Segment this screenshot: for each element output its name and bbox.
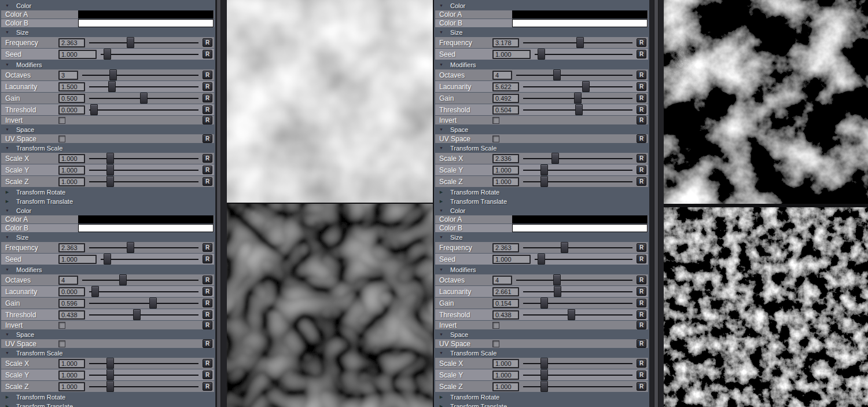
slider-handle[interactable] — [106, 381, 114, 392]
reset-button[interactable]: R — [203, 359, 212, 368]
slider-handle[interactable] — [574, 93, 582, 104]
scale-x-value-field[interactable]: 1.000 — [58, 359, 85, 368]
slider-track[interactable] — [89, 181, 198, 182]
scale-x-slider[interactable] — [89, 358, 198, 369]
slider-handle[interactable] — [575, 104, 583, 115]
noise-preview-bottom-left[interactable] — [227, 204, 433, 407]
slider-track[interactable] — [523, 291, 632, 292]
slider-track[interactable] — [89, 247, 198, 248]
frequency-slider[interactable] — [89, 37, 198, 48]
section-header-space[interactable]: ▼Space — [1, 125, 214, 134]
slider-track[interactable] — [523, 363, 632, 364]
threshold-value-field[interactable]: 0.000 — [58, 105, 85, 115]
slider-track[interactable] — [89, 158, 198, 159]
threshold-slider[interactable] — [523, 309, 632, 320]
slider-track[interactable] — [89, 363, 198, 364]
reset-button[interactable]: R — [637, 339, 646, 348]
reset-button[interactable]: R — [203, 299, 212, 307]
reset-button[interactable]: R — [203, 134, 212, 143]
section-header-modifiers[interactable]: ▼Modifiers — [435, 60, 648, 69]
slider-handle[interactable] — [561, 242, 568, 253]
slider-track[interactable] — [89, 386, 198, 387]
slider-track[interactable] — [101, 259, 198, 260]
frequency-value-field[interactable]: 3.178 — [492, 38, 519, 47]
scale-y-slider[interactable] — [523, 369, 632, 380]
reset-button[interactable]: R — [637, 105, 646, 114]
slider-handle[interactable] — [91, 286, 99, 297]
reset-button[interactable]: R — [637, 382, 646, 391]
invert-checkbox[interactable] — [492, 322, 499, 329]
scale-z-slider[interactable] — [523, 381, 632, 392]
reset-button[interactable]: R — [637, 134, 646, 143]
reset-button[interactable]: R — [203, 243, 212, 252]
octaves-slider[interactable] — [82, 69, 198, 80]
section-header-color[interactable]: ▼Color — [1, 1, 214, 10]
slider-track[interactable] — [89, 291, 198, 292]
scale-x-value-field[interactable]: 1.000 — [58, 154, 85, 163]
section-header-color[interactable]: ▼Color — [435, 206, 648, 215]
reset-button[interactable]: R — [637, 255, 646, 263]
slider-track[interactable] — [89, 314, 198, 316]
gain-slider[interactable] — [89, 298, 198, 309]
reset-button[interactable]: R — [637, 177, 646, 186]
section-header-space[interactable]: ▼Space — [435, 125, 648, 134]
slider-handle[interactable] — [140, 93, 148, 104]
seed-slider[interactable] — [535, 49, 632, 60]
slider-handle[interactable] — [551, 153, 559, 164]
slider-track[interactable] — [523, 170, 632, 171]
reset-button[interactable]: R — [203, 82, 212, 91]
octaves-value-field[interactable]: 3 — [58, 71, 78, 80]
slider-track[interactable] — [89, 303, 198, 304]
reset-button[interactable]: R — [203, 71, 212, 79]
uv-space-checkbox[interactable] — [58, 135, 65, 142]
reset-button[interactable]: R — [203, 382, 212, 391]
slider-handle[interactable] — [540, 381, 548, 392]
slider-handle[interactable] — [109, 69, 117, 80]
scale-x-slider[interactable] — [523, 358, 632, 369]
scale-z-value-field[interactable]: 1.000 — [58, 382, 85, 391]
gain-slider[interactable] — [89, 93, 198, 104]
section-header-size[interactable]: ▼Size — [435, 28, 648, 36]
slider-handle[interactable] — [106, 164, 114, 175]
slider-track[interactable] — [89, 109, 198, 111]
octaves-value-field[interactable]: 4 — [492, 71, 512, 80]
scale-y-slider[interactable] — [523, 164, 632, 175]
frequency-value-field[interactable]: 2.363 — [492, 243, 519, 252]
slider-handle[interactable] — [106, 369, 114, 380]
slider-track[interactable] — [523, 181, 632, 182]
frequency-slider[interactable] — [523, 37, 632, 48]
lacunarity-slider[interactable] — [89, 81, 198, 92]
lacunarity-value-field[interactable]: 0.000 — [58, 287, 85, 296]
section-header-size[interactable]: ▼Size — [435, 233, 648, 241]
reset-button[interactable]: R — [637, 276, 646, 284]
section-header-size[interactable]: ▼Size — [1, 233, 214, 241]
color-a-swatch[interactable] — [78, 215, 214, 223]
reset-button[interactable]: R — [637, 38, 646, 47]
slider-track[interactable] — [89, 86, 198, 87]
slider-handle[interactable] — [540, 358, 548, 369]
reset-button[interactable]: R — [203, 38, 212, 47]
scale-y-value-field[interactable]: 1.000 — [492, 371, 519, 380]
gain-value-field[interactable]: 0.500 — [58, 94, 85, 103]
scale-z-slider[interactable] — [523, 176, 632, 187]
gain-value-field[interactable]: 0.596 — [58, 299, 85, 308]
seed-value-field[interactable]: 1.000 — [492, 255, 531, 264]
color-b-swatch[interactable] — [512, 224, 648, 232]
panel-splitter-left[interactable] — [215, 0, 227, 407]
section-header-transform-rotate[interactable]: ▶Transform Rotate — [435, 188, 648, 196]
slider-track[interactable] — [89, 170, 198, 171]
color-b-swatch[interactable] — [512, 19, 648, 27]
scale-z-slider[interactable] — [89, 381, 198, 392]
slider-handle[interactable] — [540, 164, 548, 175]
section-header-modifiers[interactable]: ▼Modifiers — [435, 265, 648, 274]
threshold-value-field[interactable]: 0.438 — [492, 310, 519, 320]
gain-slider[interactable] — [523, 298, 632, 309]
uv-space-checkbox[interactable] — [58, 340, 65, 347]
seed-slider[interactable] — [101, 49, 198, 60]
slider-handle[interactable] — [104, 49, 111, 60]
octaves-slider[interactable] — [516, 274, 632, 285]
section-header-transform-scale[interactable]: ▼Transform Scale — [435, 349, 648, 357]
slider-track[interactable] — [523, 86, 632, 87]
scale-x-value-field[interactable]: 1.000 — [492, 359, 519, 368]
slider-track[interactable] — [516, 75, 632, 76]
